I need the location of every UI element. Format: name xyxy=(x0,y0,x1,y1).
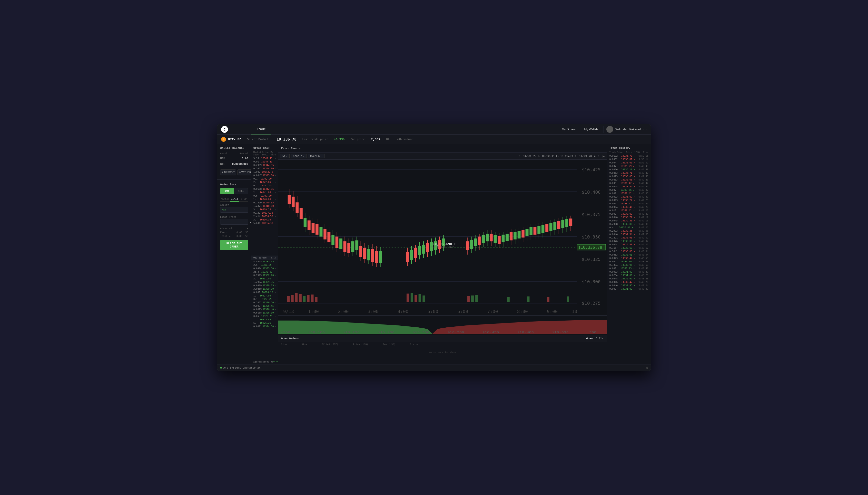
svg-rect-163 xyxy=(423,295,425,302)
table-row: 0.0510325.75- xyxy=(251,314,278,318)
advanced-row[interactable]: Advanced ▾ xyxy=(217,226,251,231)
svg-rect-52 xyxy=(315,224,318,235)
chevron-down-icon: ▾ xyxy=(321,155,323,157)
list-item: 0.00110338.42 ↗9:49:26 xyxy=(607,202,651,205)
col-filled: Filled (BTC) xyxy=(322,343,339,346)
list-item: 0.002310338.05 ↗9:49:48 xyxy=(607,174,651,178)
wallet-usd-row: USD 0.00 xyxy=(217,156,251,161)
table-row: 1.437110340.00- xyxy=(251,204,278,207)
open-orders-tabs: Open Fills xyxy=(586,337,604,340)
list-item: 0.182110338.98 ↗9:49:02 xyxy=(607,236,651,239)
table-row: 1.00710343.75- xyxy=(251,170,278,173)
svg-text:$10,325: $10,325 xyxy=(582,257,601,262)
buy-tab[interactable]: BUY xyxy=(220,188,234,194)
svg-rect-158 xyxy=(569,219,572,226)
trade-tab[interactable]: Trade xyxy=(251,124,271,135)
list-item: 0.007610336.13 ↗9:49:48 xyxy=(607,168,651,171)
table-row: 0.592210344.30- xyxy=(251,167,278,170)
svg-text:$10,375: $10,375 xyxy=(582,212,601,217)
settings-icon[interactable]: ⚙ xyxy=(646,366,648,370)
svg-rect-42 xyxy=(312,223,314,233)
orderbook-title: Order Book xyxy=(251,144,278,151)
list-item: 0.410336.80 ↗9:49:06 xyxy=(607,226,651,229)
spread-label: USD Spread xyxy=(253,257,266,259)
table-row: 0.13210337.35- xyxy=(251,211,278,215)
svg-text:7:00: 7:00 xyxy=(487,309,498,314)
chevron-down-icon[interactable]: ▾ xyxy=(645,128,647,131)
svg-rect-64 xyxy=(339,238,342,249)
sell-tab[interactable]: SELL xyxy=(234,188,248,194)
svg-rect-162 xyxy=(419,294,421,302)
chart-top-bar: 5m ▾ Candle ▾ Overlay ▾ O: 10,338.05 H: … xyxy=(278,153,607,159)
svg-rect-146 xyxy=(545,224,548,232)
chart-body[interactable]: 9/13 1:00 2:00 3:00 4:00 5:00 6:00 7:00 … xyxy=(278,159,607,315)
max-label[interactable]: Max xyxy=(220,208,227,211)
ob-col-headers: Market Size Price (USD) My Size xyxy=(251,151,278,156)
svg-rect-170 xyxy=(567,296,569,302)
limit-tab[interactable]: LIMIT xyxy=(230,197,239,202)
svg-text:8:00: 8:00 xyxy=(517,309,528,314)
coinbase-logo[interactable]: C xyxy=(221,126,228,133)
chart-title: Price Charts xyxy=(281,147,300,150)
list-item: 0.293310339.25 ↗9:49:06 xyxy=(607,229,651,233)
logo-area: C xyxy=(217,126,251,133)
table-row: 2.10342.85- xyxy=(251,180,278,184)
plus-icon: ⊕ xyxy=(222,171,223,174)
place-order-button[interactable]: PLACE BUY ORDER xyxy=(220,240,248,250)
list-item: 0.00110332.95 ↗9:48:48 xyxy=(607,267,651,270)
list-item: 0.004610339.54 ↗9:49:06 xyxy=(607,233,651,236)
th-rows: 0.010210336.78 ↗9:50:150.095210336.81 ↗9… xyxy=(607,154,651,364)
svg-text:9:00: 9:00 xyxy=(547,309,558,314)
candle-type-button[interactable]: Candle ▾ xyxy=(291,154,307,158)
table-row: 0.610341.80- xyxy=(251,194,278,197)
svg-rect-86 xyxy=(406,252,409,262)
svg-rect-110 xyxy=(474,238,477,246)
interval-button[interactable]: 5m ▾ xyxy=(280,154,290,158)
col-size: Size xyxy=(301,343,307,346)
ob-my-size-col: My Size xyxy=(271,151,276,156)
list-item: 0.009310336.69 ↗9:49:30 xyxy=(607,195,651,198)
svg-rect-46 xyxy=(299,294,301,302)
svg-rect-58 xyxy=(327,232,330,242)
svg-rect-50 xyxy=(315,297,317,302)
svg-text:$10,480: $10,480 xyxy=(517,331,534,334)
list-item: 0.002710338.63 ↗9:49:20 xyxy=(607,212,651,215)
limit-price-input-row: USD xyxy=(220,219,248,225)
stop-tab[interactable]: STOP xyxy=(239,197,248,202)
trade-history-title: Trade History xyxy=(607,144,651,151)
svg-text:5:00: 5:00 xyxy=(427,309,438,314)
list-item: 0.004810332.95 ↗9:48:28 xyxy=(607,277,651,280)
svg-rect-120 xyxy=(494,235,497,243)
spread-value: 1.19 xyxy=(271,257,276,259)
overlay-button[interactable]: Overlay ▾ xyxy=(308,154,325,158)
list-item: 0.023410331.00 ↗9:48:28 xyxy=(607,273,651,277)
deposit-button[interactable]: ⊕ DEPOSIT xyxy=(220,169,236,175)
fills-tab[interactable]: Fills xyxy=(596,337,604,340)
list-item: 0.109410332.96 ↗9:48:50 xyxy=(607,263,651,267)
my-orders-button[interactable]: My Orders xyxy=(558,126,579,133)
my-wallets-button[interactable]: My Wallets xyxy=(580,126,602,133)
open-tab[interactable]: Open xyxy=(586,337,593,340)
open-orders-panel: Open Orders Open Fills Side Size Filled … xyxy=(278,335,607,364)
limit-price-input[interactable] xyxy=(220,219,256,224)
user-name: Satoshi Nakamoto xyxy=(615,127,643,131)
c-label: C: 10,336.78 xyxy=(575,155,592,157)
list-item: 0.009310338.27 ↗9:49:28 xyxy=(607,198,651,202)
table-row: 3.10339.25- xyxy=(251,207,278,211)
chevron-down-icon: ▾ xyxy=(303,155,304,157)
svg-rect-44 xyxy=(291,295,294,302)
svg-rect-66 xyxy=(343,241,346,252)
svg-rect-108 xyxy=(470,240,473,249)
table-row: 0.102210326.50- xyxy=(251,301,278,304)
btc-amount: 0.00000000 xyxy=(232,163,248,166)
app-window: C Trade My Orders My Wallets Satoshi Nak… xyxy=(217,124,651,371)
agg-minus-button[interactable]: − xyxy=(273,360,275,363)
amount-label: Amount xyxy=(217,202,251,207)
nav-tabs: Trade xyxy=(251,124,271,135)
svg-rect-78 xyxy=(367,249,370,260)
forward-icon[interactable]: ▶ xyxy=(603,154,605,158)
market-tab[interactable]: MARKET xyxy=(220,197,230,202)
select-market-dropdown[interactable]: Select Market ▾ xyxy=(247,138,271,141)
agg-plus-button[interactable]: + xyxy=(276,360,278,363)
trading-pair: ₿ BTC-USD xyxy=(221,137,241,142)
